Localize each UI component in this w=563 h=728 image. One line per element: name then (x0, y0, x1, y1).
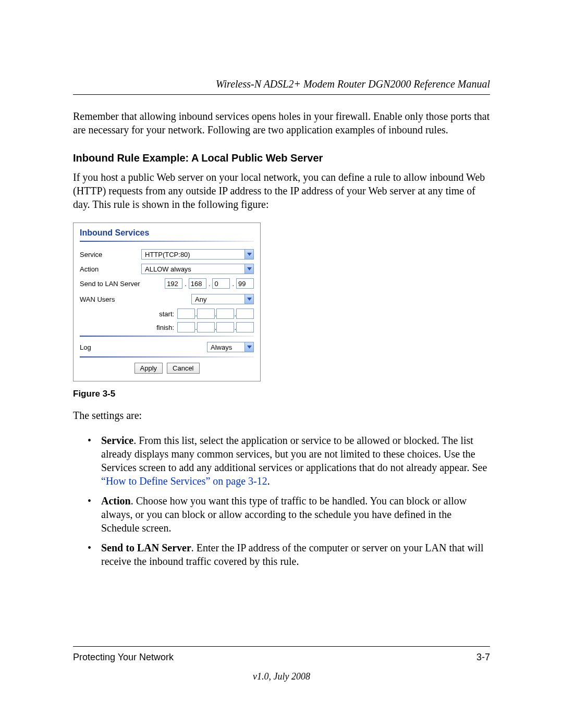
wan-start-octet-3[interactable] (216, 309, 234, 319)
lan-ip-octet-4[interactable] (236, 278, 254, 289)
heading-body-paragraph: If you host a public Web server on your … (73, 170, 490, 211)
panel-separator (80, 356, 254, 357)
settings-lead: The settings are: (73, 409, 490, 422)
panel-title: Inbound Services (80, 228, 254, 241)
bullet-action: • Action. Choose how you want this type … (88, 494, 490, 535)
chevron-down-icon (244, 264, 253, 274)
lan-ip-octet-3[interactable] (212, 278, 230, 289)
wan-finish-label: finish: (156, 324, 174, 331)
footer-rule (73, 646, 490, 647)
ip-dot: . (209, 280, 211, 288)
wan-start-octet-2[interactable] (197, 309, 215, 319)
svg-marker-0 (247, 253, 252, 256)
ip-dot: . (185, 280, 187, 288)
bullet-service-label: Service (101, 435, 133, 446)
ip-dot: . (232, 280, 234, 288)
header-rule (73, 94, 490, 95)
action-select-value: ALLOW always (145, 265, 191, 273)
svg-marker-3 (247, 346, 252, 349)
action-label: Action (80, 265, 141, 273)
log-select[interactable]: Always (207, 342, 254, 352)
bullet-service-text-before: . From this list, select the application… (101, 435, 487, 473)
service-label: Service (80, 251, 141, 258)
panel-separator (80, 336, 254, 337)
section-heading: Inbound Rule Example: A Local Public Web… (73, 152, 490, 164)
wan-start-octet-4[interactable] (236, 309, 254, 319)
bullet-action-text: . Choose how you want this type of traff… (101, 495, 467, 534)
wan-start-label: start: (159, 310, 174, 318)
svg-marker-1 (247, 267, 252, 270)
log-select-value: Always (211, 343, 232, 351)
wan-users-select-value: Any (195, 295, 206, 303)
chevron-down-icon (244, 294, 253, 304)
send-to-lan-label: Send to LAN Server (80, 280, 141, 288)
figure-caption: Figure 3-5 (73, 389, 490, 399)
wan-users-label: WAN Users (80, 295, 141, 303)
wan-finish-octet-1[interactable] (177, 322, 195, 332)
apply-button[interactable]: Apply (134, 363, 163, 374)
panel-separator (80, 241, 254, 242)
xref-define-services[interactable]: “How to Define Services” on page 3-12 (101, 475, 267, 487)
router-inbound-services-panel: Inbound Services Service HTTP(TCP:80) Ac… (73, 223, 261, 381)
wan-finish-octet-2[interactable] (197, 322, 215, 332)
wan-start-octet-1[interactable] (177, 309, 195, 319)
wan-finish-octet-3[interactable] (216, 322, 234, 332)
wan-finish-octet-4[interactable] (236, 322, 254, 332)
chevron-down-icon (244, 250, 253, 259)
footer-section: Protecting Your Network (73, 652, 174, 663)
lan-ip-octet-1[interactable] (165, 278, 182, 289)
log-label: Log (80, 343, 141, 351)
chevron-down-icon (244, 342, 253, 352)
cancel-button[interactable]: Cancel (167, 363, 199, 374)
service-select-value: HTTP(TCP:80) (145, 251, 190, 258)
bullet-service: • Service. From this list, select the ap… (88, 434, 490, 488)
footer-version: v1.0, July 2008 (73, 671, 490, 682)
bullet-action-label: Action (101, 495, 131, 507)
svg-marker-2 (247, 298, 252, 301)
action-select[interactable]: ALLOW always (141, 264, 254, 274)
running-head: Wireless-N ADSL2+ Modem Router DGN2000 R… (73, 78, 490, 90)
lan-ip-octet-2[interactable] (189, 278, 206, 289)
bullet-send: • Send to LAN Server. Enter the IP addre… (88, 541, 490, 568)
bullet-send-label: Send to LAN Server (101, 542, 191, 553)
service-select[interactable]: HTTP(TCP:80) (141, 249, 254, 260)
wan-users-select[interactable]: Any (191, 294, 254, 304)
footer-page-number: 3-7 (476, 652, 490, 663)
intro-paragraph: Remember that allowing inbound services … (73, 109, 490, 137)
bullet-service-text-after: . (267, 475, 270, 487)
